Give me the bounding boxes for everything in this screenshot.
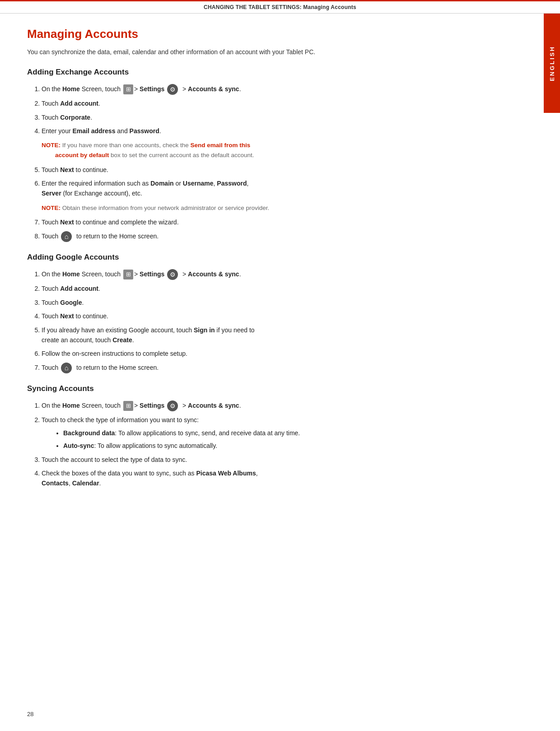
section-syncing: Syncing Accounts On the Home Screen, tou… xyxy=(27,384,497,489)
list-item: Touch to check the type of information y… xyxy=(42,415,497,451)
list-item: Follow the on-screen instructions to com… xyxy=(42,349,497,359)
list-item: On the Home Screen, touch > Settings > A… xyxy=(42,400,497,411)
list-item: On the Home Screen, touch > Settings > A… xyxy=(42,269,497,280)
home-icon-2 xyxy=(61,363,72,373)
section-heading-exchange: Adding Exchange Accounts xyxy=(27,68,497,77)
list-item: Touch Next to continue. xyxy=(42,311,497,321)
main-content: Managing Accounts You can synchronize th… xyxy=(0,14,533,520)
list-item: Touch the account to select the type of … xyxy=(42,455,497,465)
grid-icon-3 xyxy=(123,401,133,411)
google-steps: On the Home Screen, touch > Settings > A… xyxy=(42,269,497,373)
list-item: Touch to return to the Home screen. xyxy=(42,231,497,242)
page-number: 28 xyxy=(27,711,33,717)
page-header: CHANGING THE TABLET SETTINGS: Managing A… xyxy=(0,0,560,14)
list-item: Enter the required information such as D… xyxy=(42,178,497,199)
section-heading-syncing: Syncing Accounts xyxy=(27,384,497,393)
language-label: ENGLISH xyxy=(549,46,555,81)
list-item: Background data: To allow applications t… xyxy=(63,428,497,438)
list-item: Touch Next to continue and complete the … xyxy=(42,217,497,227)
note-exchange-2: NOTE: Obtain these information from your… xyxy=(42,203,497,213)
list-item: Enter your Email address and Password. xyxy=(42,126,497,136)
section-exchange: Adding Exchange Accounts On the Home Scr… xyxy=(27,68,497,242)
page-title: Managing Accounts xyxy=(27,27,497,41)
list-item: Touch Google. xyxy=(42,298,497,307)
exchange-steps-part1: On the Home Screen, touch > Settings > A… xyxy=(42,84,497,136)
list-item: Touch Next to continue. xyxy=(42,165,497,175)
list-item: If you already have an existing Google a… xyxy=(42,325,497,345)
grid-icon xyxy=(123,84,133,94)
note-label-2: NOTE: xyxy=(42,205,61,211)
settings-icon-3 xyxy=(167,400,178,411)
exchange-steps-part2: Touch Next to continue. Enter the requir… xyxy=(42,165,497,199)
note-bold-text: Send email from this account by default xyxy=(42,142,250,158)
list-item: Check the boxes of the data you want to … xyxy=(42,468,497,489)
list-item: Touch Add account. xyxy=(42,284,497,293)
section-heading-google: Adding Google Accounts xyxy=(27,253,497,262)
settings-icon-2 xyxy=(167,269,178,280)
note-exchange-1: NOTE: If you have more than one accounts… xyxy=(42,140,497,160)
list-item: On the Home Screen, touch > Settings > A… xyxy=(42,84,497,95)
header-title: CHANGING THE TABLET SETTINGS: Managing A… xyxy=(204,4,356,10)
list-item: Auto-sync: To allow applications to sync… xyxy=(63,441,497,451)
grid-icon-2 xyxy=(123,270,133,279)
settings-icon xyxy=(167,84,178,95)
list-item: Touch Add account. xyxy=(42,98,497,108)
intro-text: You can synchronize the data, email, cal… xyxy=(27,47,497,57)
syncing-steps: On the Home Screen, touch > Settings > A… xyxy=(42,400,497,489)
sync-bullet-list: Background data: To allow applications t… xyxy=(63,428,497,451)
section-google: Adding Google Accounts On the Home Scree… xyxy=(27,253,497,373)
exchange-steps-part3: Touch Next to continue and complete the … xyxy=(42,217,497,242)
home-icon xyxy=(61,231,72,242)
list-item: Touch Corporate. xyxy=(42,112,497,122)
language-tab: ENGLISH xyxy=(544,14,560,113)
list-item: Touch to return to the Home screen. xyxy=(42,363,497,373)
note-label: NOTE: xyxy=(42,142,61,149)
